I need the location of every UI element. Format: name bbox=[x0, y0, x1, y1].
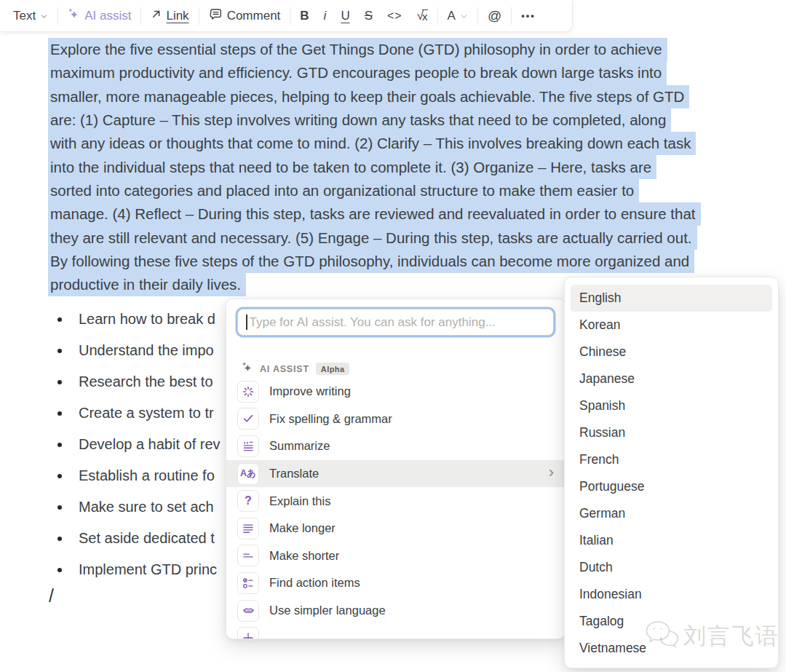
bullet-dot-icon bbox=[57, 380, 62, 384]
translate-icon: Aあ bbox=[237, 463, 259, 485]
ai-assist-popup: AI ASSIST Alpha Improve writing Fix spel… bbox=[226, 299, 565, 639]
italic-label: i bbox=[324, 9, 327, 23]
toolbar-divider bbox=[290, 7, 290, 25]
paragraph-line: Explore the five essential steps of the … bbox=[48, 38, 701, 61]
paragraph-line: smaller, more manageable pieces, helping… bbox=[48, 85, 701, 108]
bullet-dot-icon bbox=[57, 317, 62, 322]
underline-button[interactable]: U bbox=[333, 4, 357, 28]
editor-screen: Text AI assist Link Comment B bbox=[0, 0, 786, 672]
strikethrough-button[interactable]: S bbox=[357, 4, 380, 28]
list-item[interactable]: Establish a routine fo bbox=[48, 460, 221, 491]
checklist-icon bbox=[237, 572, 259, 594]
underline-label: U bbox=[341, 9, 349, 23]
language-option-tagalog[interactable]: Tagalog bbox=[571, 608, 772, 635]
menu-item-make-shorter[interactable]: Make shorter bbox=[226, 542, 565, 570]
list-item[interactable]: Create a system to tr bbox=[48, 398, 221, 429]
menu-item-make-longer[interactable]: Make longer bbox=[226, 515, 565, 542]
inline-code-button[interactable]: <> bbox=[380, 4, 410, 28]
text-color-button[interactable]: A bbox=[440, 4, 475, 28]
bullet-list: Learn how to break d Understand the impo… bbox=[48, 304, 221, 585]
paragraph-line: manage. (4) Reflect – During this step, … bbox=[48, 202, 701, 226]
paragraph-line: they are still relevant and necessary. (… bbox=[48, 226, 701, 249]
language-option-chinese[interactable]: Chinese bbox=[571, 339, 772, 365]
language-option-russian[interactable]: Russian bbox=[571, 419, 772, 446]
language-option-french[interactable]: French bbox=[571, 446, 772, 473]
list-item[interactable]: Make sure to set ach bbox=[48, 491, 221, 523]
selected-paragraph[interactable]: Explore the five essential steps of the … bbox=[48, 38, 701, 296]
list-item[interactable]: Learn how to break d bbox=[48, 304, 221, 335]
text-style-label: Text bbox=[13, 9, 36, 23]
sparkle-icon bbox=[68, 8, 80, 24]
lips-icon bbox=[237, 600, 259, 622]
chevron-right-icon: › bbox=[549, 465, 554, 481]
paragraph-line: into the individual steps that need to b… bbox=[48, 155, 701, 178]
bullet-dot-icon bbox=[57, 474, 62, 478]
toolbar-divider bbox=[140, 7, 141, 25]
paragraph-line: are: (1) Capture – This step involves wr… bbox=[48, 108, 701, 132]
bullet-dot-icon bbox=[57, 443, 62, 447]
language-option-portuguese[interactable]: Portuguese bbox=[571, 473, 772, 500]
language-option-vietnamese[interactable]: Vietnamese bbox=[571, 635, 772, 662]
menu-item-fix-spelling[interactable]: Fix spelling & grammar bbox=[226, 406, 565, 433]
list-item[interactable]: Understand the impo bbox=[48, 335, 221, 366]
improve-writing-icon bbox=[237, 381, 259, 403]
comment-label: Comment bbox=[227, 9, 281, 23]
menu-item-explain-this[interactable]: ? Explain this bbox=[226, 487, 565, 515]
more-button[interactable]: ••• bbox=[514, 4, 543, 28]
menu-item-summarize[interactable]: Summarize bbox=[226, 432, 565, 460]
paragraph-line: sorted into categories and placed into a… bbox=[48, 179, 701, 202]
language-option-indonesian[interactable]: Indonesian bbox=[571, 581, 772, 608]
list-item[interactable]: Develop a habit of rev bbox=[48, 429, 221, 460]
comment-bubble-icon bbox=[209, 7, 223, 25]
sparkle-icon bbox=[242, 362, 253, 376]
language-option-korean[interactable]: Korean bbox=[571, 312, 772, 339]
link-label: Link bbox=[166, 9, 188, 23]
language-option-english[interactable]: English bbox=[571, 285, 772, 312]
paragraph-line: with any ideas or thoughts that come to … bbox=[48, 132, 701, 155]
text-caret bbox=[246, 315, 247, 330]
section-title: AI ASSIST bbox=[260, 364, 309, 374]
make-shorter-icon bbox=[237, 545, 259, 566]
language-option-german[interactable]: German bbox=[571, 500, 772, 527]
language-option-italian[interactable]: Italian bbox=[571, 527, 772, 554]
question-mark-icon: ? bbox=[237, 490, 259, 512]
slash-command-text[interactable]: / bbox=[49, 585, 54, 606]
bullet-dot-icon bbox=[57, 568, 62, 572]
toolbar-divider bbox=[57, 7, 58, 25]
list-item[interactable]: Set aside dedicated t bbox=[48, 523, 221, 554]
formula-button[interactable]: √x bbox=[410, 4, 435, 28]
language-option-japanese[interactable]: Japanese bbox=[571, 365, 772, 392]
link-button[interactable]: Link bbox=[143, 4, 196, 28]
bold-button[interactable]: B bbox=[293, 4, 316, 28]
ai-assist-button[interactable]: AI assist bbox=[60, 4, 138, 28]
make-longer-icon bbox=[237, 518, 259, 539]
bullet-dot-icon bbox=[57, 411, 62, 416]
alpha-badge: Alpha bbox=[316, 363, 350, 375]
menu-item-use-simpler-language[interactable]: Use simpler language bbox=[226, 597, 565, 625]
mention-button[interactable]: @ bbox=[480, 4, 509, 28]
chevron-down-icon bbox=[40, 12, 48, 20]
text-color-label: A bbox=[448, 9, 456, 23]
text-style-button[interactable]: Text bbox=[6, 4, 55, 28]
comment-button[interactable]: Comment bbox=[202, 4, 288, 28]
selection-toolbar: Text AI assist Link Comment B bbox=[0, 0, 573, 32]
menu-item-translate[interactable]: Aあ Translate › bbox=[226, 460, 565, 488]
paragraph-line: maximum productivity and efficiency. GTD… bbox=[48, 61, 701, 84]
menu-item-find-action-items[interactable]: Find action items bbox=[226, 569, 565, 597]
language-option-spanish[interactable]: Spanish bbox=[571, 392, 772, 419]
menu-item-improve-writing[interactable]: Improve writing bbox=[226, 378, 565, 406]
sqrt-x-glyph: x bbox=[422, 9, 428, 23]
paragraph-line: By following these five steps of the GTD… bbox=[48, 250, 701, 273]
partial-icon bbox=[237, 627, 259, 639]
list-item[interactable]: Implement GTD princ bbox=[48, 554, 221, 585]
ai-assist-input-wrap bbox=[237, 309, 554, 336]
toolbar-divider bbox=[477, 7, 478, 25]
ai-assist-input[interactable] bbox=[248, 315, 546, 331]
bold-label: B bbox=[300, 9, 309, 23]
menu-item-partial[interactable] bbox=[226, 624, 565, 639]
arrow-up-right-icon bbox=[151, 9, 162, 23]
list-item[interactable]: Research the best to bbox=[48, 366, 221, 398]
language-option-dutch[interactable]: Dutch bbox=[571, 554, 772, 581]
language-submenu: English Korean Chinese Japanese Spanish … bbox=[564, 277, 779, 668]
italic-button[interactable]: i bbox=[317, 4, 334, 28]
